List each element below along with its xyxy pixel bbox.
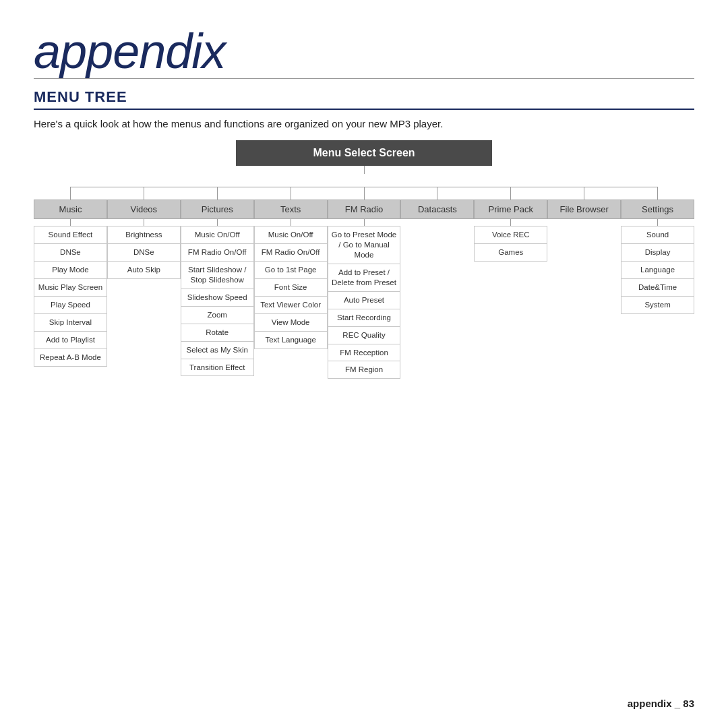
- vert-line: [70, 187, 71, 200]
- sub-connector: [364, 219, 365, 226]
- sub-item: Start Recording: [328, 309, 401, 327]
- root-node: Menu Select Screen: [236, 140, 492, 166]
- vert-line-cell: [107, 187, 181, 200]
- description: Here's a quick look at how the menus and…: [34, 117, 694, 131]
- menu-tree: Menu Select Screen MusicVideosPicturesTe…: [34, 140, 694, 379]
- category-cell: Texts: [254, 200, 328, 219]
- sub-item: DNSe: [107, 244, 181, 262]
- vert-line: [217, 187, 218, 200]
- category-cell: File Browser: [547, 200, 621, 219]
- menu-tree-heading: MENU TREE: [34, 88, 694, 106]
- vert-line: [510, 187, 511, 200]
- sub-item: Go to Preset Mode / Go to Manual Mode: [328, 226, 401, 264]
- heading-divider: [34, 109, 694, 110]
- sub-connector: [144, 219, 144, 226]
- title-divider: [34, 78, 694, 79]
- sub-item: Start Slideshow / Stop Slideshow: [181, 262, 254, 289]
- vert-line-cell: [254, 187, 328, 200]
- vert-line-cell: [621, 187, 694, 200]
- sub-item: View Mode: [254, 314, 328, 332]
- sub-item: DNSe: [34, 244, 107, 262]
- sub-item: Date&Time: [621, 279, 694, 297]
- sub-col: Go to Preset Mode / Go to Manual ModeAdd…: [328, 219, 401, 379]
- sub-item: Repeat A-B Mode: [34, 349, 107, 367]
- sub-connector: [70, 219, 71, 226]
- sub-col: SoundDisplayLanguageDate&TimeSystem: [621, 219, 694, 314]
- vert-line-cell: [34, 187, 107, 200]
- sub-item: FM Radio On/Off: [254, 244, 328, 262]
- sub-item: Auto Preset: [328, 292, 401, 309]
- sub-item: REC Quality: [328, 327, 401, 344]
- category-cell: Videos: [107, 200, 181, 219]
- vert-line: [291, 187, 291, 200]
- sub-col: Music On/OffFM Radio On/OffGo to 1st Pag…: [254, 219, 328, 349]
- sub-col: Sound EffectDNSePlay ModeMusic Play Scre…: [34, 219, 107, 367]
- sub-item: Slideshow Speed: [181, 289, 254, 307]
- categories-row: MusicVideosPicturesTextsFM RadioDatacast…: [34, 200, 694, 219]
- page: appendix MENU TREE Here's a quick look a…: [0, 0, 728, 728]
- vert-line-cell: [474, 187, 547, 200]
- sub-item: Skip Interval: [34, 314, 107, 332]
- vert-line-cell: [400, 187, 474, 200]
- sub-item: Text Language: [254, 332, 328, 349]
- sub-col: Voice RECGames: [474, 219, 547, 262]
- sub-connector: [291, 219, 291, 226]
- sub-col: [547, 219, 621, 226]
- sub-item: Music Play Screen: [34, 279, 107, 297]
- category-cell: FM Radio: [328, 200, 401, 219]
- sub-item: Add to Playlist: [34, 332, 107, 349]
- sub-col: Music On/OffFM Radio On/OffStart Slidesh…: [181, 219, 254, 376]
- sub-connector: [510, 219, 511, 226]
- sub-item: Games: [474, 244, 547, 262]
- sub-item: Voice REC: [474, 226, 547, 244]
- vert-line: [144, 187, 144, 200]
- sub-connector: [657, 219, 658, 226]
- sub-item: Sound: [621, 226, 694, 244]
- sub-item: FM Reception: [328, 344, 401, 362]
- sub-item: Transition Effect: [181, 359, 254, 377]
- category-cell: Datacasts: [400, 200, 474, 219]
- vert-line-cell: [547, 187, 621, 200]
- sub-col: BrightnessDNSeAuto Skip: [107, 219, 181, 279]
- sub-item: Text Viewer Color: [254, 297, 328, 314]
- sub-item: System: [621, 297, 694, 314]
- sub-item: Brightness: [107, 226, 181, 244]
- horiz-line-container: [34, 174, 694, 187]
- sub-item: Sound Effect: [34, 226, 107, 244]
- sub-item: Play Mode: [34, 262, 107, 279]
- title-section: appendix: [34, 27, 694, 79]
- root-down-connector: [34, 166, 694, 174]
- sub-item: Play Speed: [34, 297, 107, 314]
- sub-item: Display: [621, 244, 694, 262]
- sub-item: Go to 1st Page: [254, 262, 328, 279]
- sub-item: Zoom: [181, 307, 254, 324]
- sub-item: Rotate: [181, 324, 254, 342]
- sub-item: Add to Preset / Delete from Preset: [328, 264, 401, 292]
- vert-line: [364, 187, 365, 200]
- vert-line-cell: [328, 187, 401, 200]
- sub-item: Music On/Off: [254, 226, 328, 244]
- sub-items-row: Sound EffectDNSePlay ModeMusic Play Scre…: [34, 219, 694, 379]
- sub-item: Music On/Off: [181, 226, 254, 244]
- sub-item: Font Size: [254, 279, 328, 297]
- sub-item: Language: [621, 262, 694, 279]
- appendix-title: appendix: [34, 27, 694, 75]
- category-cell: Pictures: [181, 200, 254, 219]
- category-cell: Prime Pack: [474, 200, 547, 219]
- vert-lines-row: [34, 187, 694, 200]
- vert-line: [437, 187, 437, 200]
- page-number: appendix _ 83: [628, 698, 694, 709]
- vert-line: [657, 187, 658, 200]
- sub-item: Select as My Skin: [181, 342, 254, 359]
- category-cell: Music: [34, 200, 107, 219]
- vert-line-cell: [181, 187, 254, 200]
- sub-item: FM Radio On/Off: [181, 244, 254, 262]
- category-cell: Settings: [621, 200, 694, 219]
- sub-connector: [217, 219, 218, 226]
- sub-item: FM Region: [328, 361, 401, 379]
- vert-line: [584, 187, 584, 200]
- horiz-line: [70, 187, 657, 187]
- sub-col: [400, 219, 474, 226]
- sub-item: Auto Skip: [107, 262, 181, 279]
